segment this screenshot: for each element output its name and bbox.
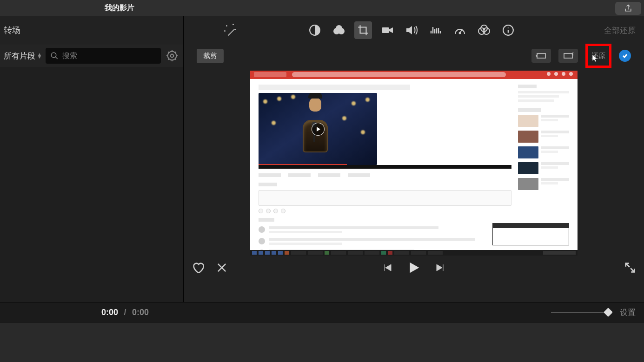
timeline-bar: 0:00 / 0:00 设置 <box>0 302 644 323</box>
preview-play-icon <box>312 123 325 136</box>
preview-browser-header <box>250 71 578 79</box>
apply-button[interactable] <box>619 50 631 62</box>
search-icon <box>50 52 59 60</box>
rotate-ccw-button[interactable] <box>531 49 551 63</box>
playback-controls <box>184 256 644 282</box>
content-area: 全部还原 裁剪 还原 <box>184 16 644 302</box>
search-box[interactable] <box>46 48 161 64</box>
crop-mode-label[interactable]: 裁剪 <box>197 49 224 63</box>
svg-point-0 <box>51 53 56 58</box>
speed-button[interactable] <box>451 21 469 39</box>
search-input[interactable] <box>62 52 156 60</box>
crop-reset-button[interactable]: 还原 <box>585 44 611 68</box>
title-bar: 我的影片 <box>0 0 644 16</box>
play-button[interactable] <box>406 260 422 277</box>
sidebar: 转场 所有片段 ▲▼ <box>0 16 184 302</box>
updown-icon: ▲▼ <box>37 53 42 59</box>
color-balance-button[interactable] <box>306 21 324 39</box>
svg-point-6 <box>336 25 342 32</box>
crop-subtoolbar: 裁剪 还原 <box>184 45 644 67</box>
stabilization-button[interactable] <box>378 21 396 39</box>
filter-button[interactable] <box>475 21 493 39</box>
reset-all-button[interactable]: 全部还原 <box>604 25 636 36</box>
zoom-slider[interactable] <box>551 312 611 313</box>
svg-point-2 <box>171 54 174 58</box>
timeline-settings-button[interactable]: 设置 <box>620 307 636 318</box>
info-button[interactable] <box>499 21 517 39</box>
svg-rect-7 <box>382 27 389 33</box>
color-correction-button[interactable] <box>330 21 348 39</box>
volume-button[interactable] <box>403 21 420 39</box>
prev-button[interactable] <box>382 262 393 275</box>
magic-wand-button[interactable] <box>224 24 237 37</box>
next-button[interactable] <box>435 262 446 275</box>
gear-icon[interactable] <box>165 48 179 63</box>
fullscreen-button[interactable] <box>624 261 637 276</box>
duration-time: 0:00 <box>132 308 149 317</box>
rotate-cw-button[interactable] <box>558 49 578 63</box>
preview-video-player <box>259 93 377 165</box>
svg-point-8 <box>459 33 461 34</box>
preview-float-window <box>492 223 569 245</box>
share-icon <box>624 4 633 13</box>
preview-taskbar <box>250 250 578 256</box>
svg-rect-13 <box>537 53 545 58</box>
noise-reduction-button[interactable] <box>427 21 445 39</box>
favorite-button[interactable] <box>191 261 205 276</box>
share-button[interactable] <box>615 2 641 15</box>
adjust-toolbar: 全部还原 <box>184 16 644 45</box>
clip-filter-dropdown[interactable]: 所有片段 ▲▼ <box>4 51 42 61</box>
svg-rect-14 <box>564 53 572 58</box>
zoom-thumb[interactable] <box>604 308 613 317</box>
video-preview[interactable] <box>250 71 578 256</box>
reject-button[interactable] <box>215 261 228 276</box>
current-time: 0:00 <box>101 308 118 317</box>
crop-button[interactable] <box>354 21 372 39</box>
clip-filter-label: 所有片段 <box>4 51 35 61</box>
project-title: 我的影片 <box>105 3 134 13</box>
sidebar-panel-title: 转场 <box>4 25 20 36</box>
timeline-area[interactable] <box>0 323 644 362</box>
svg-point-1 <box>168 52 177 60</box>
